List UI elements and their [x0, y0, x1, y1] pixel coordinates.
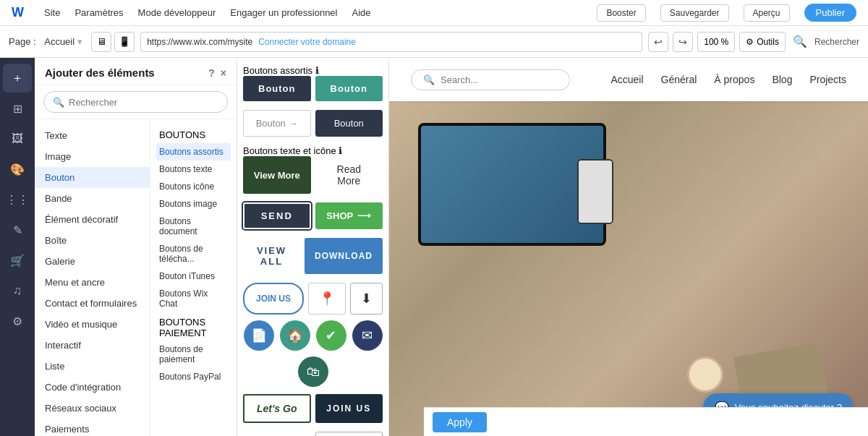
btn-bouton-outline-light[interactable]: Bouton → [243, 110, 311, 137]
sidebar-icon-pages[interactable]: ⊞ [3, 94, 32, 123]
btn-bouton-outline-dark[interactable]: Bouton [315, 110, 383, 137]
search-label[interactable]: Rechercher [814, 37, 859, 47]
site-search-input[interactable] [441, 74, 558, 85]
btn-featured[interactable]: Featured [315, 432, 383, 436]
chevron-down-icon[interactable]: ▾ [77, 36, 82, 47]
zoom-control[interactable]: 100 % [697, 32, 735, 52]
nav-bouton[interactable]: Bouton [35, 167, 150, 188]
subnav-paiement[interactable]: Boutons de paiement [156, 341, 231, 368]
nav-link-apropos[interactable]: À propos [714, 74, 754, 85]
subnav-assortis[interactable]: Boutons assortis [156, 143, 231, 161]
circle-btn-mail[interactable]: ✉ [352, 320, 383, 351]
btn-apply-now[interactable]: Apply Now [243, 432, 311, 436]
menu-aide[interactable]: Aide [352, 7, 370, 18]
nav-link-general[interactable]: Général [661, 74, 697, 85]
booster-button[interactable]: Booster [597, 4, 645, 22]
nav-video[interactable]: Vidéo et musique [35, 314, 150, 335]
nav-texte[interactable]: Texte [35, 125, 150, 146]
nav-link-accueil[interactable]: Accueil [610, 74, 643, 85]
redo-button[interactable]: ↪ [673, 32, 693, 52]
subnav-paypal[interactable]: Boutons PayPal [156, 368, 231, 385]
subnav-wix-chat[interactable]: Boutons Wix Chat [156, 285, 231, 312]
subnav-telechargement[interactable]: Boutons de télécha... [156, 240, 231, 268]
menu-parametres[interactable]: Paramètres [75, 7, 123, 18]
btn-grid-viewmore: View More Read More [243, 156, 383, 194]
info-icon[interactable]: ℹ [315, 65, 319, 76]
apply-button[interactable]: Apply [433, 412, 487, 432]
close-icon[interactable]: × [221, 67, 226, 79]
circle-btn-check[interactable]: ✔ [316, 320, 346, 351]
sidebar-icon-music[interactable]: ♫ [3, 276, 32, 305]
btn-joinus-dark[interactable]: JOIN US [315, 394, 383, 423]
subnav-itunes[interactable]: Bouton iTunes [156, 268, 231, 285]
btn-letsgo[interactable]: Let's Go [243, 394, 311, 423]
sidebar-icon-settings[interactable]: ⚙ [3, 307, 32, 335]
sidebar-icon-blog[interactable]: ✎ [3, 215, 32, 244]
connect-domain-link[interactable]: Connecter votre domaine [258, 37, 356, 47]
btn-label-outline: Bouton [256, 118, 286, 129]
btn-download[interactable]: DOWNLOAD [305, 238, 383, 274]
shop-arrow-icon: ⟶ [357, 210, 371, 221]
panel-header-icons: ? × [208, 67, 226, 79]
subnav-texte[interactable]: Boutons texte [156, 161, 231, 178]
nav-galerie[interactable]: Galerie [35, 251, 150, 272]
btn-read-more[interactable]: Read More [315, 156, 383, 194]
btn-view-more[interactable]: View More [243, 156, 311, 194]
menu-site[interactable]: Site [44, 7, 60, 18]
phone-image [577, 159, 613, 224]
publish-button[interactable]: Publier [804, 4, 856, 22]
info-icon-2[interactable]: ℹ [339, 145, 342, 156]
btn-bouton-teal[interactable]: Bouton [315, 76, 383, 101]
settings-icon: ⚙ [12, 315, 22, 328]
sidebar-icon-add[interactable]: ＋ [3, 64, 32, 93]
menu-developpeur[interactable]: Mode développeur [138, 7, 216, 18]
btn-send[interactable]: SEND [243, 202, 311, 229]
nav-reseaux[interactable]: Réseaux sociaux [35, 398, 150, 419]
nav-liste[interactable]: Liste [35, 356, 150, 377]
nav-interactif[interactable]: Interactif [35, 335, 150, 356]
nav-image[interactable]: Image [35, 146, 150, 167]
subnav-icone[interactable]: Boutons icône [156, 178, 231, 195]
search-button[interactable]: 🔍 [790, 32, 810, 52]
save-button[interactable]: Sauvegarder [660, 4, 729, 22]
page-prefix: Page : [9, 36, 36, 47]
nav-decoratif[interactable]: Élément décoratif [35, 209, 150, 230]
btn-icon-download[interactable]: ⬇ [350, 283, 383, 315]
nav-menu[interactable]: Menu et ancre [35, 272, 150, 293]
tools-icon: ⚙ [746, 37, 754, 47]
nav-bande[interactable]: Bande [35, 188, 150, 209]
btn-shop[interactable]: SHOP ⟶ [315, 202, 383, 229]
panel-title: Ajouter des éléments [45, 67, 155, 79]
circle-btn-home[interactable]: 🏠 [280, 320, 310, 351]
preview-button[interactable]: Aperçu [744, 4, 790, 22]
nav-link-blog[interactable]: Blog [772, 74, 792, 85]
nav-contact[interactable]: Contact et formulaires [35, 293, 150, 314]
site-search-widget[interactable]: 🔍 [411, 69, 570, 90]
url-text: https://www.wix.com/mysite [147, 37, 252, 47]
menu-engager[interactable]: Engager un professionnel [230, 7, 337, 18]
nav-boite[interactable]: Boîte [35, 230, 150, 251]
circle-btn-bag[interactable]: 🛍 [298, 356, 328, 387]
subnav-image[interactable]: Boutons image [156, 195, 231, 213]
nav-link-projects[interactable]: Projects [809, 74, 846, 85]
sidebar-icon-apps[interactable]: ⋮⋮ [3, 185, 32, 214]
sidebar-icon-media[interactable]: 🖼 [3, 124, 32, 153]
nav-code[interactable]: Code d'intégration [35, 377, 150, 398]
sidebar-icon-design[interactable]: 🎨 [3, 155, 32, 184]
search-input[interactable] [69, 97, 218, 108]
btn-join-us-outline[interactable]: JOIN US [243, 283, 304, 315]
help-icon[interactable]: ? [208, 67, 215, 79]
btn-view-all[interactable]: VIEW ALL [243, 238, 300, 274]
mobile-view-button[interactable]: 📱 [114, 32, 135, 52]
nav-paiements[interactable]: Paiements [35, 419, 150, 436]
btn-row-join-icons: JOIN US 📍 ⬇ [243, 283, 383, 315]
subnav-document[interactable]: Boutons document [156, 213, 231, 240]
desktop-view-button[interactable]: 🖥 [91, 32, 111, 52]
circle-btn-doc[interactable]: 📄 [244, 320, 274, 351]
btn-bouton-dark[interactable]: Bouton [243, 76, 311, 101]
undo-button[interactable]: ↩ [648, 32, 668, 52]
tools-button[interactable]: ⚙ Outils [739, 32, 786, 52]
sidebar-icon-store[interactable]: 🛒 [3, 246, 32, 275]
btn-grid-send-shop: SEND SHOP ⟶ [243, 202, 383, 229]
btn-icon-pin[interactable]: 📍 [308, 283, 346, 315]
